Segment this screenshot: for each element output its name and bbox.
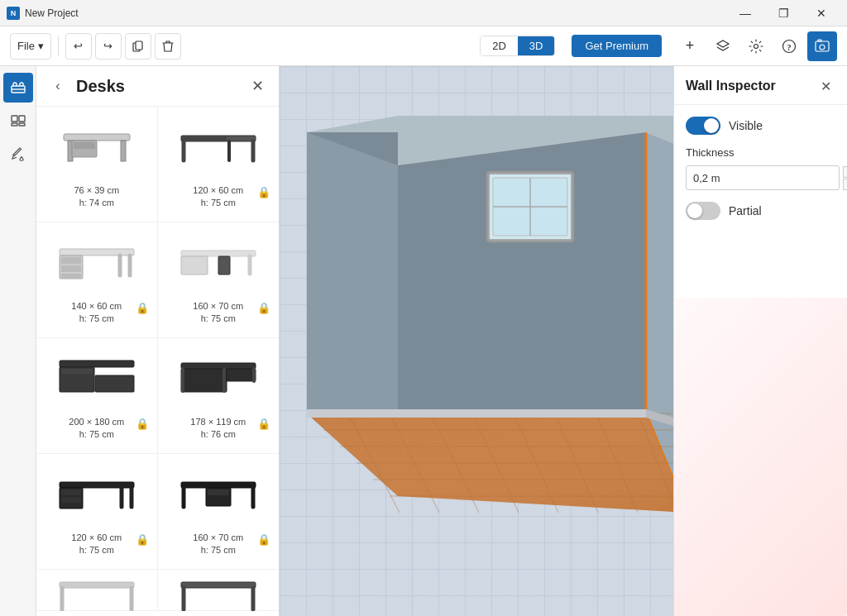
furniture-label: 200 × 180 cm h: 75 cm [69, 416, 124, 442]
furniture-label: 120 × 60 cm h: 75 cm [71, 532, 122, 557]
snapshot-button[interactable] [807, 31, 837, 61]
svg-rect-28 [60, 361, 134, 367]
list-item[interactable]: 76 × 39 cm h: 74 cm [36, 107, 158, 222]
redo-button[interactable]: ↪ [95, 33, 122, 60]
lock-icon: 🔒 [257, 418, 270, 430]
thickness-input[interactable] [686, 165, 840, 190]
separator-1 [58, 36, 59, 56]
maximize-button[interactable]: ❐ [764, 0, 802, 26]
furniture-panel: ‹ Desks ✕ 76 × 39 cm h: 74 cm [36, 66, 280, 616]
layers-button[interactable] [708, 31, 738, 61]
close-window-button[interactable]: ✕ [802, 0, 840, 26]
furniture-image [55, 231, 138, 297]
svg-rect-6 [818, 40, 821, 41]
left-sidebar [0, 66, 36, 616]
furniture-image [55, 578, 138, 611]
title-bar: N New Project — ❐ ✕ [0, 0, 847, 26]
minimize-button[interactable]: — [726, 0, 764, 26]
toolbar: File ▾ ↩ ↪ 2D 3D Get Premium + [0, 26, 847, 66]
furniture-label: 160 × 70 cm h: 75 cm [193, 300, 243, 326]
furniture-image [177, 462, 260, 528]
file-menu-button[interactable]: File ▾ [10, 33, 51, 60]
copy-button[interactable] [125, 33, 151, 60]
svg-rect-17 [74, 142, 95, 149]
list-item[interactable]: 160 × 70 cm h: 75 cm 🔒 [158, 222, 280, 338]
list-item[interactable] [158, 570, 280, 611]
furniture-grid: 76 × 39 cm h: 74 cm 120 × 60 cm h: 75 cm… [36, 107, 279, 616]
list-item[interactable]: 178 × 119 cm h: 76 cm 🔒 [158, 338, 280, 454]
panel-title: Desks [76, 77, 239, 96]
svg-point-2 [754, 44, 758, 48]
panel-close-button[interactable]: ✕ [246, 74, 269, 98]
settings-button[interactable] [741, 31, 771, 61]
furniture-label: 120 × 60 cm h: 75 cm [193, 184, 243, 210]
undo-button[interactable]: ↩ [65, 33, 92, 60]
svg-rect-24 [61, 274, 81, 278]
svg-point-7 [820, 45, 825, 50]
title-bar-controls: — ❐ ✕ [726, 0, 840, 26]
svg-rect-31 [61, 369, 93, 374]
svg-rect-1 [136, 41, 142, 50]
list-item[interactable]: 200 × 180 cm h: 75 cm 🔒 [36, 338, 158, 454]
inspector-body: Visible Thickness ∧ ∨ Partial [674, 105, 847, 232]
list-item[interactable] [36, 570, 158, 611]
svg-rect-37 [61, 489, 81, 495]
svg-rect-13 [64, 134, 130, 141]
sidebar-furniture-button[interactable] [3, 73, 33, 103]
furniture-image [55, 346, 138, 413]
partial-toggle-knob [687, 203, 702, 218]
svg-rect-20 [60, 249, 134, 255]
svg-rect-43 [181, 582, 256, 588]
list-item[interactable]: 120 × 60 cm h: 75 cm 🔒 [158, 107, 280, 222]
inspector-title: Wall Inspector [686, 79, 776, 93]
get-premium-button[interactable]: Get Premium [572, 35, 662, 57]
thickness-up-button[interactable]: ∧ [843, 166, 847, 178]
sidebar-floors-button[interactable] [3, 106, 33, 136]
visible-toggle[interactable] [686, 117, 720, 135]
furniture-image [177, 115, 260, 181]
toggle-knob [704, 118, 719, 133]
add-button[interactable]: + [675, 31, 705, 61]
file-label: File [17, 40, 35, 52]
help-button[interactable]: ? [774, 31, 804, 61]
svg-rect-38 [61, 497, 81, 503]
delete-button[interactable] [155, 33, 181, 60]
list-item[interactable]: 120 × 60 cm h: 75 cm 🔒 [36, 454, 158, 570]
thickness-down-button[interactable]: ∨ [843, 179, 847, 190]
furniture-image [55, 462, 138, 528]
view-2d-button[interactable]: 2D [481, 36, 518, 55]
thickness-row: ∧ ∨ [686, 165, 835, 190]
furniture-label: 160 × 70 cm h: 75 cm [193, 532, 243, 557]
inspector-accent [674, 298, 847, 616]
panel-back-button[interactable]: ‹ [46, 74, 69, 98]
thickness-section: Thickness ∧ ∨ [686, 146, 835, 190]
svg-rect-27 [218, 256, 230, 275]
thickness-label: Thickness [686, 146, 835, 159]
svg-rect-9 [12, 116, 17, 122]
view-3d-button[interactable]: 3D [518, 36, 555, 55]
partial-label: Partial [729, 204, 762, 217]
lock-icon: 🔒 [136, 418, 149, 430]
inspector-header: Wall Inspector ✕ [674, 66, 847, 105]
furniture-image [55, 115, 138, 181]
partial-toggle[interactable] [686, 202, 720, 220]
svg-rect-42 [60, 582, 134, 588]
svg-rect-41 [208, 489, 229, 495]
lock-icon: 🔒 [257, 302, 270, 314]
svg-rect-26 [181, 256, 208, 275]
lock-icon: 🔒 [136, 533, 149, 546]
inspector-close-button[interactable]: ✕ [816, 76, 835, 96]
svg-rect-10 [19, 116, 25, 122]
main-layout: ‹ Desks ✕ 76 × 39 cm h: 74 cm [0, 66, 847, 616]
furniture-label: 140 × 60 cm h: 75 cm [71, 300, 122, 326]
sidebar-paint-button[interactable] [3, 139, 33, 169]
lock-icon: 🔒 [257, 186, 270, 198]
list-item[interactable]: 140 × 60 cm h: 75 cm 🔒 [36, 222, 158, 338]
svg-rect-22 [61, 257, 81, 264]
viewport[interactable] [280, 66, 673, 616]
svg-rect-34 [227, 369, 256, 381]
furniture-image [177, 578, 260, 611]
svg-rect-32 [181, 363, 256, 369]
room-scene [280, 66, 673, 616]
list-item[interactable]: 160 × 70 cm h: 75 cm 🔒 [158, 454, 280, 570]
